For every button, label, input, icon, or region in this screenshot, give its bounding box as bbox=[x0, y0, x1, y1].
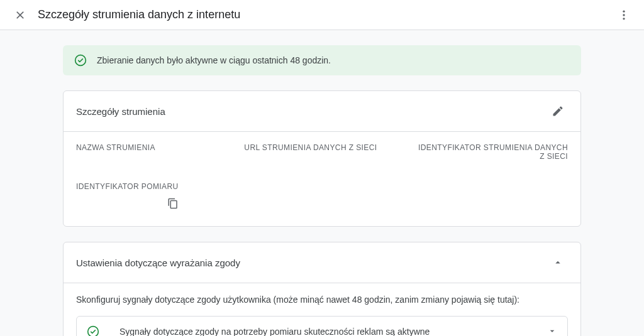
stream-name-label: NAZWA STRUMIENIA bbox=[76, 143, 231, 152]
consent-body: Skonfiguruj sygnały dotyczące zgody użyt… bbox=[64, 283, 580, 336]
copy-button[interactable] bbox=[164, 195, 182, 212]
stream-details-body: NAZWA STRUMIENIA URL STRUMIENIA DANYCH Z… bbox=[64, 132, 580, 226]
consent-description: Skonfiguruj sygnały dotyczące zgody użyt… bbox=[76, 295, 568, 305]
more-vert-icon bbox=[618, 9, 630, 21]
consent-title: Ustawienia dotyczące wyrażania zgody bbox=[76, 257, 548, 268]
svg-point-0 bbox=[623, 10, 625, 12]
content-area: Zbieranie danych było aktywne w ciągu os… bbox=[0, 30, 644, 336]
svg-point-1 bbox=[623, 14, 625, 16]
svg-point-4 bbox=[88, 327, 99, 336]
measurement-field: IDENTYFIKATOR POMIARU bbox=[76, 182, 568, 212]
stream-details-title: Szczegóły strumienia bbox=[76, 106, 548, 117]
consent-header[interactable]: Ustawienia dotyczące wyrażania zgody bbox=[64, 242, 580, 283]
stream-url-field: URL STRUMIENIA DANYCH Z SIECI bbox=[244, 143, 399, 165]
measurement-id-label: IDENTYFIKATOR POMIARU bbox=[76, 182, 568, 191]
fields-row-1: NAZWA STRUMIENIA URL STRUMIENIA DANYCH Z… bbox=[76, 143, 568, 165]
check-circle-icon bbox=[74, 54, 87, 67]
consent-item-ad-measurement[interactable]: Sygnały dotyczące zgody na potrzeby pomi… bbox=[76, 316, 568, 336]
status-banner: Zbieranie danych było aktywne w ciągu os… bbox=[63, 45, 581, 75]
page-title: Szczegóły strumienia danych z internetu bbox=[38, 8, 611, 21]
stream-details-card: Szczegóły strumienia NAZWA STRUMIENIA UR… bbox=[63, 90, 581, 227]
stream-id-label: IDENTYFIKATOR STRUMIENIA DANYCH Z SIECI bbox=[413, 143, 568, 161]
close-button[interactable] bbox=[8, 3, 33, 28]
pencil-icon bbox=[552, 105, 564, 117]
svg-point-2 bbox=[623, 18, 625, 19]
page-header: Szczegóły strumienia danych z internetu bbox=[0, 0, 644, 30]
edit-button[interactable] bbox=[548, 101, 568, 121]
stream-name-field: NAZWA STRUMIENIA bbox=[76, 143, 231, 165]
check-circle-icon bbox=[87, 325, 99, 336]
svg-point-3 bbox=[75, 55, 86, 66]
chevron-down-icon bbox=[547, 326, 557, 337]
copy-icon bbox=[167, 198, 179, 209]
stream-id-field: IDENTYFIKATOR STRUMIENIA DANYCH Z SIECI bbox=[413, 143, 568, 165]
collapse-button[interactable] bbox=[548, 252, 568, 273]
more-menu-button[interactable] bbox=[611, 3, 636, 28]
consent-settings-card: Ustawienia dotyczące wyrażania zgody Sko… bbox=[63, 242, 581, 336]
chevron-up-icon bbox=[552, 257, 564, 268]
consent-item-label: Sygnały dotyczące zgody na potrzeby pomi… bbox=[119, 327, 547, 336]
status-message: Zbieranie danych było aktywne w ciągu os… bbox=[97, 55, 331, 65]
stream-details-header: Szczegóły strumienia bbox=[64, 91, 580, 132]
close-icon bbox=[14, 9, 26, 21]
stream-url-label: URL STRUMIENIA DANYCH Z SIECI bbox=[244, 143, 399, 152]
